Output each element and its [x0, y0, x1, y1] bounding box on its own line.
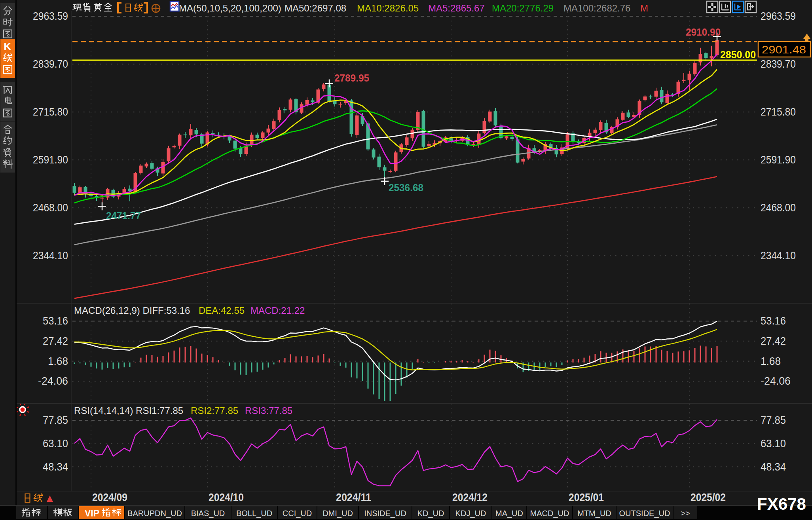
- svg-text:2468.00: 2468.00: [761, 202, 796, 214]
- svg-text:KD_UD: KD_UD: [417, 509, 444, 518]
- svg-text:DMI_UD: DMI_UD: [323, 509, 353, 518]
- svg-text:RSI(14,14,14) RSI1:77.85: RSI(14,14,14) RSI1:77.85: [74, 405, 183, 416]
- svg-text:MACD(26,12,9) DIFF:53.16: MACD(26,12,9) DIFF:53.16: [74, 305, 190, 316]
- svg-text:48.34: 48.34: [761, 461, 786, 473]
- svg-text:2025/01: 2025/01: [569, 492, 604, 503]
- svg-text:MTM_UD: MTM_UD: [577, 509, 611, 518]
- svg-text:27.42: 27.42: [761, 335, 786, 347]
- svg-text:MA100:2682.76: MA100:2682.76: [563, 3, 630, 13]
- svg-text:2024/10: 2024/10: [209, 492, 244, 503]
- svg-text:2901.48: 2901.48: [762, 44, 806, 56]
- svg-text:BARUPDN_UD: BARUPDN_UD: [127, 509, 182, 518]
- svg-text:MACD_UD: MACD_UD: [530, 509, 569, 518]
- svg-text:INSIDE_UD: INSIDE_UD: [364, 509, 406, 518]
- svg-text:2025/02: 2025/02: [691, 492, 726, 503]
- svg-text:MA10:2826.05: MA10:2826.05: [357, 3, 419, 13]
- svg-text:2591.90: 2591.90: [761, 154, 796, 166]
- svg-text:K: K: [4, 41, 11, 53]
- svg-text:63.10: 63.10: [761, 438, 786, 450]
- svg-text:RSI2:77.85: RSI2:77.85: [191, 405, 238, 416]
- svg-text:1.68: 1.68: [48, 355, 68, 367]
- svg-text:2839.70: 2839.70: [761, 58, 796, 70]
- svg-text:1.68: 1.68: [761, 355, 781, 367]
- svg-text:2839.70: 2839.70: [33, 58, 68, 70]
- svg-text:-24.06: -24.06: [38, 375, 68, 387]
- svg-text:2536.68: 2536.68: [389, 182, 423, 194]
- svg-text:2910.90: 2910.90: [686, 26, 721, 38]
- svg-text:2344.10: 2344.10: [33, 250, 68, 262]
- svg-text:CCI_UD: CCI_UD: [283, 509, 312, 518]
- svg-text:DEA:42.55: DEA:42.55: [199, 305, 245, 316]
- svg-text:77.85: 77.85: [761, 414, 786, 426]
- svg-text:FX678: FX678: [757, 495, 806, 513]
- svg-text:2591.90: 2591.90: [33, 154, 68, 166]
- svg-text:2344.10: 2344.10: [761, 250, 796, 262]
- svg-text:48.34: 48.34: [43, 461, 68, 473]
- svg-text:63.10: 63.10: [43, 438, 68, 450]
- svg-text:VIP: VIP: [85, 508, 99, 518]
- svg-text:27.42: 27.42: [43, 335, 68, 347]
- svg-text:MA50:2697.08: MA50:2697.08: [285, 3, 346, 13]
- svg-text:M: M: [640, 3, 648, 13]
- svg-text:2963.59: 2963.59: [761, 10, 796, 22]
- svg-text:OUTSIDE_UD: OUTSIDE_UD: [619, 509, 670, 518]
- svg-text:2468.00: 2468.00: [33, 202, 68, 214]
- svg-text:2963.59: 2963.59: [33, 10, 68, 22]
- svg-text:BIAS_UD: BIAS_UD: [191, 509, 225, 518]
- svg-text:77.85: 77.85: [43, 414, 68, 426]
- svg-text:>>: >>: [681, 509, 690, 518]
- svg-text:2715.80: 2715.80: [33, 106, 68, 118]
- svg-text:53.16: 53.16: [761, 315, 786, 327]
- svg-text:MA20:2776.29: MA20:2776.29: [492, 3, 554, 13]
- svg-text:53.16: 53.16: [43, 315, 68, 327]
- svg-text:RSI3:77.85: RSI3:77.85: [245, 405, 292, 416]
- svg-text:MA(50,10,5,20,100,200): MA(50,10,5,20,100,200): [179, 3, 281, 13]
- svg-text:2471.77: 2471.77: [106, 210, 141, 222]
- svg-text:2024/09: 2024/09: [92, 492, 127, 503]
- svg-text:KDJ_UD: KDJ_UD: [455, 509, 486, 518]
- svg-text:MACD:21.22: MACD:21.22: [250, 305, 305, 316]
- svg-text:MA5:2865.67: MA5:2865.67: [428, 3, 485, 13]
- svg-text:2789.95: 2789.95: [334, 72, 369, 84]
- svg-text:BOLL_UD: BOLL_UD: [236, 509, 272, 518]
- svg-text:MA_UD: MA_UD: [495, 509, 523, 518]
- svg-text:2715.80: 2715.80: [761, 106, 796, 118]
- svg-text:2024/12: 2024/12: [452, 492, 488, 503]
- svg-text:2850.00: 2850.00: [720, 49, 756, 60]
- svg-text:-24.06: -24.06: [761, 375, 791, 387]
- svg-text:2024/11: 2024/11: [336, 492, 371, 503]
